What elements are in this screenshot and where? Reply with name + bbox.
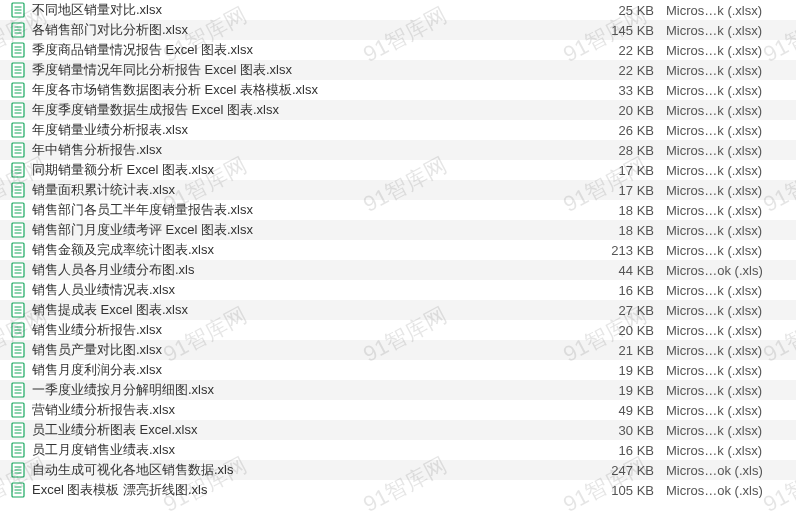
file-kind: Micros…k (.xlsx) bbox=[666, 243, 786, 258]
file-size: 33 KB bbox=[586, 83, 666, 98]
excel-file-icon bbox=[8, 402, 28, 418]
file-size: 105 KB bbox=[586, 483, 666, 498]
file-size: 25 KB bbox=[586, 3, 666, 18]
file-size: 44 KB bbox=[586, 263, 666, 278]
file-name: 销售金额及完成率统计图表.xlsx bbox=[28, 241, 586, 259]
file-name: 一季度业绩按月分解明细图.xlsx bbox=[28, 381, 586, 399]
file-row[interactable]: 不同地区销量对比.xlsx25 KBMicros…k (.xlsx) bbox=[0, 0, 796, 20]
file-row[interactable]: Excel 图表模板 漂亮折线图.xls105 KBMicros…ok (.xl… bbox=[0, 480, 796, 500]
file-kind: Micros…k (.xlsx) bbox=[666, 343, 786, 358]
file-row[interactable]: 年度销量业绩分析报表.xlsx26 KBMicros…k (.xlsx) bbox=[0, 120, 796, 140]
file-name: 销售员产量对比图.xlsx bbox=[28, 341, 586, 359]
file-size: 28 KB bbox=[586, 143, 666, 158]
file-kind: Micros…ok (.xls) bbox=[666, 483, 786, 498]
excel-file-icon bbox=[8, 362, 28, 378]
file-name: 销售业绩分析报告.xlsx bbox=[28, 321, 586, 339]
excel-file-icon bbox=[8, 162, 28, 178]
file-row[interactable]: 销量面积累计统计表.xlsx17 KBMicros…k (.xlsx) bbox=[0, 180, 796, 200]
file-kind: Micros…k (.xlsx) bbox=[666, 383, 786, 398]
file-row[interactable]: 销售员产量对比图.xlsx21 KBMicros…k (.xlsx) bbox=[0, 340, 796, 360]
file-name: 员工月度销售业绩表.xlsx bbox=[28, 441, 586, 459]
file-kind: Micros…k (.xlsx) bbox=[666, 3, 786, 18]
file-name: 同期销量额分析 Excel 图表.xlsx bbox=[28, 161, 586, 179]
file-row[interactable]: 季度商品销量情况报告 Excel 图表.xlsx22 KBMicros…k (.… bbox=[0, 40, 796, 60]
file-name: 销量面积累计统计表.xlsx bbox=[28, 181, 586, 199]
excel-file-icon bbox=[8, 222, 28, 238]
file-name: 销售月度利润分表.xlsx bbox=[28, 361, 586, 379]
file-kind: Micros…k (.xlsx) bbox=[666, 123, 786, 138]
file-kind: Micros…k (.xlsx) bbox=[666, 103, 786, 118]
excel-file-icon bbox=[8, 482, 28, 498]
file-row[interactable]: 年中销售分析报告.xlsx28 KBMicros…k (.xlsx) bbox=[0, 140, 796, 160]
file-name: 不同地区销量对比.xlsx bbox=[28, 1, 586, 19]
file-row[interactable]: 员工月度销售业绩表.xlsx16 KBMicros…k (.xlsx) bbox=[0, 440, 796, 460]
file-name: 季度销量情况年同比分析报告 Excel 图表.xlsx bbox=[28, 61, 586, 79]
file-size: 18 KB bbox=[586, 203, 666, 218]
file-kind: Micros…k (.xlsx) bbox=[666, 403, 786, 418]
file-row[interactable]: 销售月度利润分表.xlsx19 KBMicros…k (.xlsx) bbox=[0, 360, 796, 380]
file-row[interactable]: 销售部门月度业绩考评 Excel 图表.xlsx18 KBMicros…k (.… bbox=[0, 220, 796, 240]
file-name: 自动生成可视化各地区销售数据.xls bbox=[28, 461, 586, 479]
excel-file-icon bbox=[8, 322, 28, 338]
file-row[interactable]: 自动生成可视化各地区销售数据.xls247 KBMicros…ok (.xls) bbox=[0, 460, 796, 480]
file-name: 销售部门各员工半年度销量报告表.xlsx bbox=[28, 201, 586, 219]
file-name: 营销业绩分析报告表.xlsx bbox=[28, 401, 586, 419]
file-size: 19 KB bbox=[586, 363, 666, 378]
file-kind: Micros…k (.xlsx) bbox=[666, 143, 786, 158]
file-row[interactable]: 销售人员业绩情况表.xlsx16 KBMicros…k (.xlsx) bbox=[0, 280, 796, 300]
file-name: 销售部门月度业绩考评 Excel 图表.xlsx bbox=[28, 221, 586, 239]
excel-file-icon bbox=[8, 42, 28, 58]
file-kind: Micros…k (.xlsx) bbox=[666, 203, 786, 218]
file-row[interactable]: 季度销量情况年同比分析报告 Excel 图表.xlsx22 KBMicros…k… bbox=[0, 60, 796, 80]
excel-file-icon bbox=[8, 342, 28, 358]
file-name: 员工业绩分析图表 Excel.xlsx bbox=[28, 421, 586, 439]
file-name: 季度商品销量情况报告 Excel 图表.xlsx bbox=[28, 41, 586, 59]
file-size: 21 KB bbox=[586, 343, 666, 358]
file-kind: Micros…k (.xlsx) bbox=[666, 83, 786, 98]
excel-file-icon bbox=[8, 102, 28, 118]
file-size: 18 KB bbox=[586, 223, 666, 238]
excel-file-icon bbox=[8, 242, 28, 258]
excel-file-icon bbox=[8, 382, 28, 398]
file-size: 49 KB bbox=[586, 403, 666, 418]
file-name: 年中销售分析报告.xlsx bbox=[28, 141, 586, 159]
excel-file-icon bbox=[8, 282, 28, 298]
file-row[interactable]: 销售提成表 Excel 图表.xlsx27 KBMicros…k (.xlsx) bbox=[0, 300, 796, 320]
file-name: 年度季度销量数据生成报告 Excel 图表.xlsx bbox=[28, 101, 586, 119]
file-size: 20 KB bbox=[586, 323, 666, 338]
excel-file-icon bbox=[8, 122, 28, 138]
file-row[interactable]: 员工业绩分析图表 Excel.xlsx30 KBMicros…k (.xlsx) bbox=[0, 420, 796, 440]
file-size: 26 KB bbox=[586, 123, 666, 138]
file-kind: Micros…k (.xlsx) bbox=[666, 423, 786, 438]
file-row[interactable]: 同期销量额分析 Excel 图表.xlsx17 KBMicros…k (.xls… bbox=[0, 160, 796, 180]
file-kind: Micros…k (.xlsx) bbox=[666, 363, 786, 378]
excel-file-icon bbox=[8, 2, 28, 18]
file-size: 22 KB bbox=[586, 43, 666, 58]
file-row[interactable]: 销售业绩分析报告.xlsx20 KBMicros…k (.xlsx) bbox=[0, 320, 796, 340]
file-size: 16 KB bbox=[586, 443, 666, 458]
file-row[interactable]: 年度季度销量数据生成报告 Excel 图表.xlsx20 KBMicros…k … bbox=[0, 100, 796, 120]
file-kind: Micros…k (.xlsx) bbox=[666, 443, 786, 458]
file-size: 213 KB bbox=[586, 243, 666, 258]
file-row[interactable]: 营销业绩分析报告表.xlsx49 KBMicros…k (.xlsx) bbox=[0, 400, 796, 420]
file-row[interactable]: 销售金额及完成率统计图表.xlsx213 KBMicros…k (.xlsx) bbox=[0, 240, 796, 260]
file-kind: Micros…k (.xlsx) bbox=[666, 63, 786, 78]
file-size: 17 KB bbox=[586, 183, 666, 198]
file-size: 17 KB bbox=[586, 163, 666, 178]
file-kind: Micros…k (.xlsx) bbox=[666, 223, 786, 238]
file-row[interactable]: 一季度业绩按月分解明细图.xlsx19 KBMicros…k (.xlsx) bbox=[0, 380, 796, 400]
file-row[interactable]: 销售部门各员工半年度销量报告表.xlsx18 KBMicros…k (.xlsx… bbox=[0, 200, 796, 220]
excel-file-icon bbox=[8, 262, 28, 278]
file-name: 销售人员各月业绩分布图.xls bbox=[28, 261, 586, 279]
file-size: 247 KB bbox=[586, 463, 666, 478]
excel-file-icon bbox=[8, 142, 28, 158]
file-row[interactable]: 年度各市场销售数据图表分析 Excel 表格模板.xlsx33 KBMicros… bbox=[0, 80, 796, 100]
file-size: 22 KB bbox=[586, 63, 666, 78]
excel-file-icon bbox=[8, 202, 28, 218]
file-row[interactable]: 各销售部门对比分析图.xlsx145 KBMicros…k (.xlsx) bbox=[0, 20, 796, 40]
excel-file-icon bbox=[8, 442, 28, 458]
file-name: 各销售部门对比分析图.xlsx bbox=[28, 21, 586, 39]
file-kind: Micros…ok (.xls) bbox=[666, 463, 786, 478]
file-size: 20 KB bbox=[586, 103, 666, 118]
file-row[interactable]: 销售人员各月业绩分布图.xls44 KBMicros…ok (.xls) bbox=[0, 260, 796, 280]
